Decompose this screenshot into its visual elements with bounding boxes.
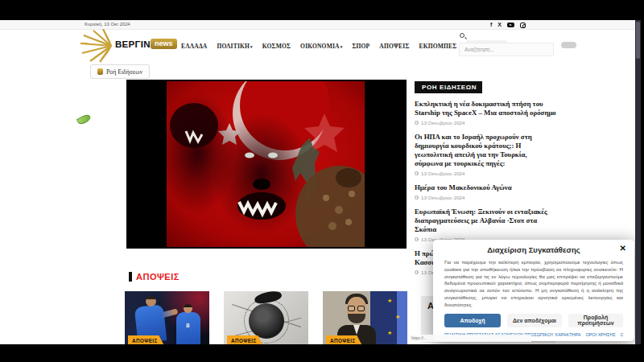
feed-item-date: 13 Οκτωβρίου 2024: [421, 171, 464, 176]
feed-item-date: 13 Οκτωβρίου 2024: [421, 120, 464, 125]
jersey-number: 8: [186, 322, 189, 329]
link-preview-tooltip: https://...: [409, 335, 531, 342]
chevron-down-icon: ▾: [341, 45, 343, 49]
feed-item[interactable]: Εκπληκτική η νέα δοκιμαστική πτήση του S…: [415, 100, 556, 125]
glasses-icon: [357, 306, 365, 311]
section-tick: [129, 272, 132, 282]
scrollbar-thumb[interactable]: [636, 22, 640, 59]
news-website-page: Κυριακή, 13 Οκτ 2024 f X ΒΕΡΓΙΝΑ news ΕΛ…: [0, 20, 635, 344]
terms-link[interactable]: ΟΡΟΙ ΧΡΗΣΗΣ: [585, 332, 615, 337]
opinions-title: ΑΠΟΨΕΙΣ: [136, 272, 180, 282]
search-input[interactable]: [459, 43, 554, 56]
wolf-turkish-flag-image: [167, 81, 365, 247]
dialog-body-text: Για να παρέχουμε την καλύτερη εμπειρία, …: [444, 259, 623, 309]
featured-video-player[interactable]: [126, 80, 407, 249]
deny-button[interactable]: Δεν αποδέχομαι: [507, 314, 562, 327]
news-feed-title: ΡΟΗ ΕΙΔΗΣΕΩΝ: [415, 81, 482, 93]
cookie-consent-dialog: Διαχείριση Συγκατάθεσης ✕ Για να παρέχου…: [433, 240, 634, 341]
nav-item-ekpompes[interactable]: ΕΚΠΟΜΠΕΣ: [419, 43, 457, 50]
opinions-section-header: ΑΠΟΨΕΙΣ: [129, 272, 180, 282]
opinion-card-label: ΑΠΟΨΕΙΣ: [227, 335, 263, 344]
clock-icon: [415, 171, 419, 175]
facebook-icon[interactable]: f: [490, 22, 492, 28]
opinion-card-label: ΑΠΟΨΕΙΣ: [326, 335, 362, 344]
eu-star-icon: ★: [395, 314, 400, 320]
feed-icon: [97, 68, 103, 75]
brand-news-badge: news: [151, 39, 177, 49]
news-feed-button[interactable]: Ροή Ειδήσεων: [90, 64, 150, 79]
x-twitter-icon[interactable]: X: [497, 22, 502, 28]
nav-item-apopseis[interactable]: ΑΠΟΨΕΙΣ: [379, 43, 409, 50]
instagram-icon[interactable]: [520, 23, 526, 28]
opinion-card-politician[interactable]: ★ ★ ★ ★ ΑΠΟΨΕΙΣ: [323, 291, 407, 344]
browser-screenshot: Κυριακή, 13 Οκτ 2024 f X ΒΕΡΓΙΝΑ news ΕΛ…: [0, 0, 644, 362]
nav-item-kosmos[interactable]: ΚΟΣΜΟΣ: [262, 43, 291, 50]
eu-star-icon: ★: [387, 330, 392, 336]
preferences-button[interactable]: Προβολή προτιμήσεων: [568, 314, 623, 327]
nav-item-spor[interactable]: ΣΠΟΡ: [352, 43, 369, 50]
current-date: Κυριακή, 13 Οκτ 2024: [85, 22, 130, 27]
youtube-icon[interactable]: [507, 23, 514, 27]
clock-icon: [415, 121, 419, 125]
nav-item-oikonomia[interactable]: ΟΙΚΟΝΟΜΙΑ▾: [300, 43, 342, 50]
vergina-sun-logo-icon[interactable]: [79, 29, 114, 63]
clock-icon: [415, 195, 419, 200]
browser-scrollbar[interactable]: [635, 20, 641, 344]
nav-item-politiki[interactable]: ΠΟΛΙΤΙΚΗ▾: [217, 43, 253, 50]
dialog-title: Διαχείριση Συγκατάθεσης: [444, 245, 623, 254]
green-cursor-pointer: [76, 113, 92, 126]
opinion-card-football[interactable]: 8 ΑΠΟΨΕΙΣ: [125, 291, 209, 344]
globe-icon: [249, 303, 284, 339]
contact-link[interactable]: Contact: [621, 332, 623, 337]
feed-item-date: 13 Οκτωβρίου 2024: [421, 195, 464, 200]
search-icon[interactable]: [460, 33, 464, 38]
opinion-card-globe[interactable]: ΑΠΟΨΕΙΣ: [224, 291, 308, 344]
eu-star-icon: ★: [387, 298, 392, 304]
news-feed-button-label: Ροή Ειδήσεων: [106, 68, 142, 76]
clock-icon: [415, 270, 419, 274]
nav-item-ellada[interactable]: ΕΛΛΑΔΑ: [181, 43, 208, 50]
social-links: f X: [490, 21, 526, 29]
header-pill-button[interactable]: [561, 42, 576, 48]
glasses-icon: [348, 306, 355, 311]
chevron-down-icon: ▾: [250, 45, 253, 49]
accept-button[interactable]: Αποδοχή: [444, 314, 501, 327]
feed-item[interactable]: Ευρωπαϊκή Ένωση: Ξεκινούν οι ενταξιακές …: [415, 208, 556, 242]
opinion-card-label: ΑΠΟΨΕΙΣ: [128, 335, 164, 344]
feed-item[interactable]: Οι ΗΠΑ και το Ισραήλ προχωρούν στη δημιο…: [415, 133, 556, 176]
feed-item[interactable]: Ημέρα του Μακεδονικού Αγώνα 13 Οκτωβρίου…: [415, 183, 556, 200]
close-icon[interactable]: ✕: [620, 244, 626, 253]
clock-icon: [415, 237, 419, 241]
